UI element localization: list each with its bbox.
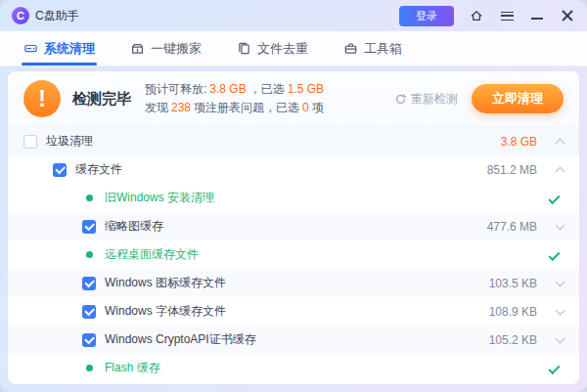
row-windows-font-cache[interactable]: Windows 字体缓存文件 108.9 KB [8,297,579,326]
login-button[interactable]: 登录 [399,6,454,26]
scan-summary: ! 检测完毕 预计可释放:3.8 GB，已选1.5 GB 发现238项注册表问题… [8,71,579,126]
toolbox-icon [343,41,358,56]
recheck-label: 重新检测 [411,91,458,108]
font-cache-checkbox[interactable] [82,305,96,319]
disk-icon [23,41,38,56]
app-window: C C盘助手 登录 系统清理 [0,0,587,392]
app-title: C盘助手 [35,8,79,24]
cryptoapi-cache-checkbox[interactable] [82,333,96,347]
tab-toolbox[interactable]: 工具箱 [326,31,420,65]
move-box-icon [130,41,145,56]
thumbnail-cache-checkbox[interactable] [82,220,96,234]
row-flash-cache[interactable]: Flash 缓存 [8,354,579,382]
chevron-down-icon[interactable] [556,333,565,343]
chevron-down-icon[interactable] [556,277,565,286]
minimize-icon[interactable] [529,8,545,23]
chevron-down-icon[interactable] [556,220,565,230]
scan-status: 检测完毕 [72,90,131,109]
tab-label: 工具箱 [364,40,402,58]
row-label: 旧Windows 安装清理 [105,190,214,206]
row-label: Flash 缓存 [105,360,160,376]
row-thumbnail-cache[interactable]: 缩略图缓存 477.6 MB [8,212,579,240]
row-old-windows-cleanup[interactable]: 旧Windows 安装清理 [8,184,579,212]
row-label: Windows 图标缓存文件 [105,275,226,291]
row-size: 3.8 GB [501,135,537,149]
duplicate-files-icon [237,41,251,56]
registry-line: 发现238项注册表问题，已选0项 [145,99,327,117]
releasable-line: 预计可释放:3.8 GB，已选1.5 GB [145,80,327,99]
close-icon[interactable] [560,8,575,23]
row-label: 垃圾清理 [46,133,93,150]
clean-now-button[interactable]: 立即清理 [472,84,564,113]
done-dot-icon [86,251,93,258]
app-logo-icon: C [12,7,29,24]
tab-system-clean[interactable]: 系统清理 [6,31,113,65]
tab-label: 一键搬家 [151,40,202,58]
refresh-icon [394,93,407,106]
row-size: 103.5 KB [489,277,537,290]
row-size: 105.2 KB [489,333,537,347]
tab-one-key-move[interactable]: 一键搬家 [113,31,219,65]
hamburger-menu-icon[interactable] [499,8,515,23]
scan-details: 预计可释放:3.8 GB，已选1.5 GB 发现238项注册表问题，已选0项 [145,80,327,117]
row-size: 851.2 MB [487,163,537,177]
chevron-up-icon[interactable] [556,166,565,176]
row-size: 477.6 MB [487,220,537,234]
chevron-up-icon[interactable] [556,138,565,148]
chevron-down-icon[interactable] [556,305,565,315]
tabbar: 系统清理 一键搬家 文件去重 工具箱 [0,31,587,66]
tab-label: 系统清理 [44,40,95,58]
row-label: 缩略图缓存 [105,218,163,235]
junk-cleanup-checkbox[interactable] [23,135,37,149]
done-dot-icon [86,365,93,371]
row-label: 缓存文件 [75,161,122,178]
done-check-icon [548,362,560,373]
content-card: ! 检测完毕 预计可释放:3.8 GB，已选1.5 GB 发现238项注册表问题… [8,71,579,384]
home-icon[interactable] [469,8,484,23]
cache-files-checkbox[interactable] [53,163,67,177]
tab-label: 文件去重 [257,40,308,58]
cleanup-list: 垃圾清理 3.8 GB 缓存文件 851.2 MB 旧Windows 安装清理 [8,126,579,384]
row-junk-cleanup[interactable]: 垃圾清理 3.8 GB [8,127,579,155]
row-label: Windows CryptoAPI证书缓存 [105,331,256,348]
titlebar: C C盘助手 登录 [0,0,587,31]
icon-cache-checkbox[interactable] [82,277,96,290]
recheck-button[interactable]: 重新检测 [394,91,458,108]
done-dot-icon [86,195,93,201]
row-label: 远程桌面缓存文件 [105,246,199,263]
row-size: 108.9 KB [489,305,537,319]
row-label: Windows 字体缓存文件 [105,303,226,320]
row-cache-files[interactable]: 缓存文件 851.2 MB [8,155,579,184]
done-check-icon [548,192,560,203]
row-cryptoapi-cert-cache[interactable]: Windows CryptoAPI证书缓存 105.2 KB [8,326,579,354]
done-check-icon [548,248,560,260]
tab-file-dedup[interactable]: 文件去重 [219,31,326,65]
row-remote-desktop-cache[interactable]: 远程桌面缓存文件 [8,240,579,269]
warning-icon: ! [23,80,61,117]
row-windows-icon-cache[interactable]: Windows 图标缓存文件 103.5 KB [8,269,579,297]
